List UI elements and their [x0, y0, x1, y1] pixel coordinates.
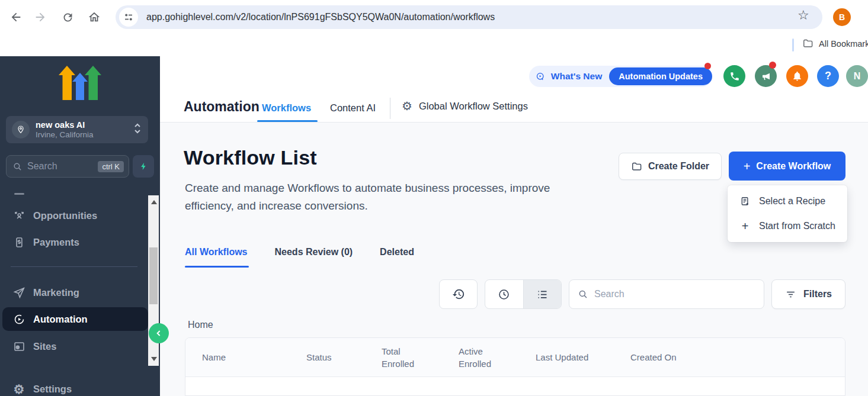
location-info: new oaks AI Irvine, California	[36, 120, 133, 140]
filters-button[interactable]: Filters	[771, 279, 845, 309]
history-clock-icon	[452, 288, 465, 301]
sidebar-item-sites[interactable]: Sites	[2, 334, 148, 358]
nav-divider	[390, 98, 390, 119]
location-switcher[interactable]: new oaks AI Irvine, California	[6, 116, 148, 143]
gear-icon: ⚙	[12, 382, 26, 396]
tab-needs-review[interactable]: Needs Review (0)	[275, 247, 353, 257]
lightning-bolt-icon	[139, 161, 148, 172]
all-bookmarks-button[interactable]: All Bookmarks	[802, 38, 868, 49]
sidebar-search[interactable]: ctrl K	[6, 155, 129, 178]
list-icon	[536, 288, 549, 301]
list-view-toggle[interactable]	[523, 280, 562, 308]
sidebar-item-label: Sites	[33, 341, 56, 352]
enrollment-history-button[interactable]	[439, 279, 478, 309]
avatar-initial: N	[854, 71, 861, 82]
table-header-row: Name Status Total Enrolled Active Enroll…	[185, 338, 845, 377]
automation-updates-badge[interactable]: Automation Updates	[609, 67, 712, 85]
workflow-search-input[interactable]	[594, 289, 755, 300]
whats-new-pill[interactable]: What's New Automation Updates	[529, 66, 712, 87]
sidebar-item-marketing[interactable]: Marketing	[2, 281, 148, 304]
scrollbar-thumb[interactable]	[149, 247, 158, 304]
active-tab-underline	[257, 120, 318, 122]
phone-icon	[729, 71, 740, 82]
scroll-down-arrow[interactable]	[151, 357, 157, 361]
reload-icon[interactable]	[60, 9, 75, 25]
help-button[interactable]: ?	[817, 65, 839, 87]
create-folder-button[interactable]: Create Folder	[619, 153, 722, 180]
sidebar-item-settings[interactable]: ⚙ Settings	[2, 377, 148, 396]
back-icon[interactable]	[8, 9, 24, 25]
phone-button[interactable]	[723, 65, 745, 87]
site-settings-icon[interactable]	[119, 8, 138, 27]
bookmarks-separator	[792, 38, 794, 51]
time-view-toggle[interactable]	[485, 280, 523, 308]
folder-icon	[802, 38, 813, 49]
sidebar-collapse-button[interactable]	[149, 323, 169, 343]
column-header-total-enrolled: Total Enrolled	[382, 345, 422, 370]
workflow-search[interactable]	[569, 279, 764, 309]
page-title: Automation	[184, 99, 260, 115]
sidebar-item-payments[interactable]: Payments	[2, 230, 148, 254]
sidebar-search-input[interactable]	[27, 161, 98, 172]
bell-icon	[792, 70, 803, 82]
column-header-status: Status	[306, 351, 382, 363]
active-list-tab-underline	[185, 266, 249, 268]
home-icon[interactable]	[87, 9, 102, 25]
whats-new-label: What's New	[551, 71, 602, 82]
tab-content-ai[interactable]: Content AI	[330, 102, 376, 114]
browser-chrome: app.gohighlevel.com/v2/location/lnPS691g…	[0, 0, 868, 34]
create-workflow-menu: Select a Recipe + Start from Scratch	[728, 185, 847, 242]
create-workflow-label: Create Workflow	[756, 161, 831, 172]
clock-icon	[498, 288, 510, 301]
user-avatar[interactable]: N	[846, 65, 868, 87]
tab-all-workflows[interactable]: All Workflows	[185, 247, 248, 257]
sidebar-item-automation[interactable]: Automation	[2, 307, 148, 331]
global-workflow-settings-label: Global Workflow Settings	[419, 101, 528, 112]
gear-icon: ⚙	[402, 100, 412, 112]
megaphone-icon	[761, 71, 771, 82]
workflow-list-tabs: All Workflows Needs Review (0) Deleted	[185, 247, 414, 257]
payments-icon	[12, 235, 26, 249]
chevron-up-down-icon	[133, 122, 142, 137]
sites-icon	[12, 339, 26, 353]
sidebar-item-opportunities[interactable]: Opportunities	[2, 204, 148, 227]
browser-profile-avatar[interactable]: B	[833, 8, 851, 26]
menu-item-select-recipe[interactable]: Select a Recipe	[728, 189, 847, 214]
global-workflow-settings-link[interactable]: ⚙ Global Workflow Settings	[402, 100, 528, 112]
notifications-button[interactable]	[786, 65, 808, 87]
ctrl-k-shortcut: ctrl K	[98, 161, 124, 172]
sidebar: new oaks AI Irvine, California ctrl K Op…	[0, 56, 160, 396]
main-content: Workflow List Create and manage Workflow…	[160, 123, 868, 396]
workflow-table: Name Status Total Enrolled Active Enroll…	[185, 337, 845, 396]
tab-deleted[interactable]: Deleted	[380, 247, 414, 257]
address-bar[interactable]: app.gohighlevel.com/v2/location/lnPS691g…	[116, 5, 822, 29]
all-bookmarks-label: All Bookmarks	[819, 39, 868, 49]
filter-icon	[785, 289, 796, 300]
filters-label: Filters	[803, 289, 832, 300]
tab-workflows[interactable]: Workflows	[262, 102, 311, 114]
sidebar-item-label: Marketing	[33, 287, 79, 298]
quick-actions-button[interactable]	[133, 155, 154, 178]
column-header-name: Name	[202, 351, 306, 363]
select-recipe-label: Select a Recipe	[759, 196, 825, 207]
scroll-up-arrow[interactable]	[151, 200, 157, 204]
sidebar-item-label: Settings	[33, 384, 72, 395]
bookmark-star-icon[interactable]: ☆	[797, 8, 809, 23]
opportunities-icon	[12, 208, 26, 223]
automation-icon	[12, 312, 26, 326]
plus-icon: +	[739, 220, 751, 232]
create-workflow-button[interactable]: + Create Workflow	[729, 152, 845, 181]
column-header-active-enrolled: Active Enrolled	[459, 345, 499, 370]
notification-dot	[704, 63, 711, 69]
sidebar-item-label: Opportunities	[33, 210, 97, 221]
chevron-left-icon	[154, 329, 164, 338]
bookmarks-bar: All Bookmarks	[0, 34, 868, 56]
create-folder-label: Create Folder	[648, 161, 709, 172]
url-text: app.gohighlevel.com/v2/location/lnPS691g…	[146, 12, 495, 22]
forward-icon[interactable]	[33, 9, 48, 25]
menu-item-start-from-scratch[interactable]: + Start from Scratch	[728, 214, 847, 239]
workflow-list-title: Workflow List	[184, 146, 317, 169]
whats-new-icon	[536, 70, 546, 83]
breadcrumb-home[interactable]: Home	[188, 320, 213, 330]
column-header-created-on: Created On	[630, 351, 845, 363]
